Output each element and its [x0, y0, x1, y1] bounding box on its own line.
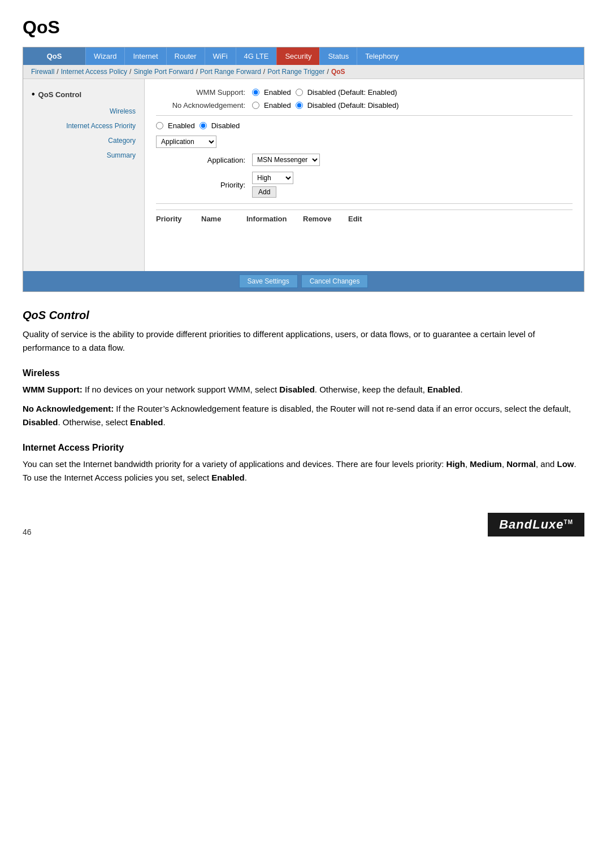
priority-select[interactable]: High Medium Normal Low: [252, 172, 293, 184]
wmm-enabled-radio[interactable]: [252, 89, 259, 96]
doc-noack-enabled: Enabled: [130, 417, 163, 427]
doc-iap-para: You can set the Internet bandwidth prior…: [23, 457, 584, 485]
router-panel: QoS Wizard Internet Router WiFi 4G LTE S…: [23, 47, 584, 292]
nav-item-wifi[interactable]: WiFi: [205, 47, 236, 65]
priority-section: Priority: High Medium Normal Low Add: [156, 172, 573, 198]
wmm-radio-group: Enabled Disabled (Default: Enabled): [252, 88, 397, 97]
col-edit: Edit: [348, 215, 382, 223]
bc-sep5: /: [327, 68, 329, 76]
noack-label: No Acknowledgement:: [156, 101, 252, 110]
doc-noack-para: No Acknowledgement: If the Router’s Ackn…: [23, 402, 584, 429]
nav-item-telephony[interactable]: Telephony: [357, 47, 406, 65]
page-title: QoS: [23, 17, 584, 38]
iap-disabled-label: Disabled: [211, 121, 240, 130]
top-nav: QoS Wizard Internet Router WiFi 4G LTE S…: [23, 47, 584, 65]
bc-sep1: /: [57, 68, 58, 76]
doc-iap-sep2: ,: [502, 459, 506, 469]
bc-sep2: /: [129, 68, 131, 76]
noack-disabled-label: Disabled (Default: Disabled): [307, 101, 399, 110]
sidebar-item-wireless[interactable]: Wireless: [23, 104, 144, 119]
panel-body: • QoS Control Wireless Internet Access P…: [23, 79, 584, 271]
doc-qos-text: Quality of service is the ability to pro…: [23, 328, 584, 355]
doc-iap-text3: .: [245, 473, 247, 482]
doc-iap-normal: Normal: [506, 459, 536, 469]
iap-radio-group: Enabled Disabled: [156, 121, 240, 130]
doc-noack-text2: . Otherwise, select: [58, 417, 131, 427]
breadcrumb-prf[interactable]: Port Range Forward: [200, 68, 261, 76]
brand-name: BandLuxeTM: [499, 517, 573, 532]
sidebar-item-category[interactable]: Category: [23, 133, 144, 148]
nav-item-status[interactable]: Status: [319, 47, 357, 65]
doc-wmm-bold: WMM Support:: [23, 385, 83, 394]
doc-noack-text: If the Router’s Acknowledgement feature …: [114, 404, 571, 413]
cancel-changes-button[interactable]: Cancel Changes: [301, 274, 368, 288]
category-row: Application Online Games MAC Address Eth…: [156, 136, 573, 148]
wmm-enabled-label: Enabled: [264, 88, 291, 97]
add-button[interactable]: Add: [252, 186, 276, 198]
nav-brand: QoS: [23, 47, 85, 65]
bullet-icon: •: [32, 89, 35, 99]
table-header: Priority Name Information Remove Edit: [156, 210, 573, 223]
content-area: WMM Support: Enabled Disabled (Default: …: [145, 79, 584, 271]
page-footer: 46 BandLuxeTM: [23, 507, 584, 536]
application-label: Application:: [162, 156, 252, 164]
noack-disabled-radio[interactable]: [296, 102, 303, 109]
brand-tm: TM: [564, 519, 573, 525]
doc-wireless: Wireless WMM Support: If no devices on y…: [23, 368, 584, 429]
noack-enabled-radio[interactable]: [252, 102, 259, 109]
brand-logo: BandLuxeTM: [488, 513, 584, 536]
breadcrumb-qos: QoS: [331, 68, 345, 76]
sidebar-item-iap[interactable]: Internet Access Priority: [23, 119, 144, 133]
doc-iap-medium: Medium: [470, 459, 502, 469]
save-settings-button[interactable]: Save Settings: [239, 274, 298, 288]
breadcrumb-spf[interactable]: Single Port Forward: [133, 68, 193, 76]
priority-label: Priority:: [162, 181, 252, 189]
breadcrumb-prt[interactable]: Port Range Trigger: [267, 68, 324, 76]
wmm-row: WMM Support: Enabled Disabled (Default: …: [156, 88, 573, 97]
category-select[interactable]: Application Online Games MAC Address Eth…: [156, 136, 216, 148]
breadcrumb-firewall[interactable]: Firewall: [31, 68, 54, 76]
sidebar-item-summary[interactable]: Summary: [23, 148, 144, 163]
sidebar-item-qos-control[interactable]: • QoS Control: [23, 85, 144, 104]
bc-sep4: /: [263, 68, 265, 76]
col-information: Information: [246, 215, 303, 223]
bottom-buttons: Save Settings Cancel Changes: [23, 271, 584, 291]
col-priority: Priority: [156, 215, 201, 223]
nav-item-4glte[interactable]: 4G LTE: [236, 47, 277, 65]
nav-item-internet[interactable]: Internet: [124, 47, 166, 65]
application-row: Application: MSN Messenger FTP HTTP: [156, 154, 573, 166]
doc-qos-control: QoS Control Quality of service is the ab…: [23, 309, 584, 355]
wmm-disabled-radio[interactable]: [296, 89, 303, 96]
divider1: [156, 115, 573, 116]
doc-iap-low: Low: [557, 459, 574, 469]
noack-row: No Acknowledgement: Enabled Disabled (De…: [156, 101, 573, 110]
wmm-label: WMM Support:: [156, 88, 252, 97]
application-select[interactable]: MSN Messenger FTP HTTP: [252, 154, 320, 166]
doc-iap-sep3: , and: [536, 459, 557, 469]
nav-item-security[interactable]: Security: [276, 47, 319, 65]
priority-controls: High Medium Normal Low Add: [252, 172, 293, 198]
noack-radio-group: Enabled Disabled (Default: Disabled): [252, 101, 399, 110]
nav-item-router[interactable]: Router: [166, 47, 205, 65]
doc-iap-sep1: ,: [465, 459, 470, 469]
nav-item-wizard[interactable]: Wizard: [85, 47, 124, 65]
iap-enabled-label: Enabled: [168, 121, 195, 130]
brand-text: BandLuxe: [499, 517, 563, 531]
doc-wmm-disabled: Disabled: [279, 385, 315, 394]
noack-enabled-label: Enabled: [264, 101, 291, 110]
sidebar-label-qos-control: QoS Control: [38, 90, 82, 99]
iap-enabled-radio[interactable]: [156, 122, 163, 129]
col-name: Name: [201, 215, 246, 223]
breadcrumb-iap[interactable]: Internet Access Policy: [61, 68, 127, 76]
doc-noack-disabled: Disabled: [23, 417, 58, 427]
iap-disabled-radio[interactable]: [200, 122, 207, 129]
bc-sep3: /: [196, 68, 197, 76]
breadcrumb-bar: Firewall / Internet Access Policy / Sing…: [23, 65, 584, 79]
divider2: [156, 203, 573, 204]
doc-iap-title: Internet Access Priority: [23, 443, 584, 453]
page-number: 46: [23, 527, 32, 536]
doc-noack-bold: No Acknowledgement:: [23, 404, 114, 413]
col-remove: Remove: [303, 215, 348, 223]
doc-qos-title: QoS Control: [23, 309, 584, 322]
doc-wmm-text2: . Otherwise, keep the default,: [315, 385, 427, 394]
